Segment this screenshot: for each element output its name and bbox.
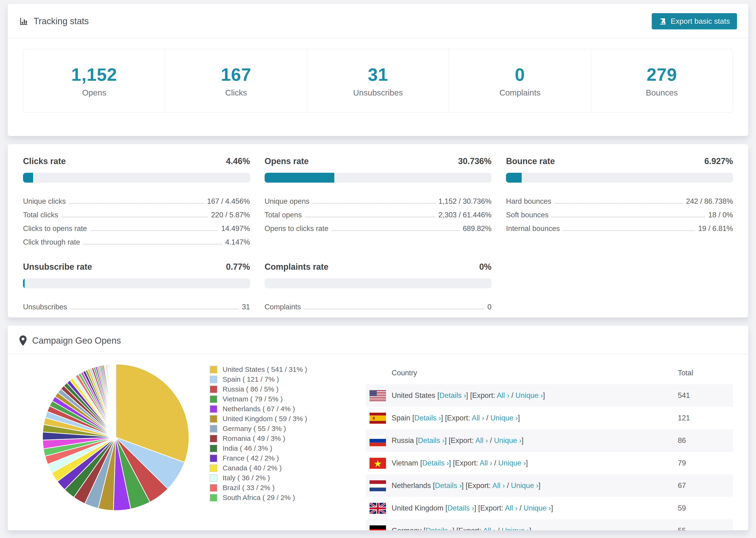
flag-column-header: [366, 363, 392, 384]
export-all-link[interactable]: All ›: [505, 504, 517, 512]
flag-de-icon: [369, 525, 392, 531]
export-all-link[interactable]: All ›: [497, 391, 509, 400]
export-unique-link[interactable]: Unique ›: [523, 504, 551, 512]
legend-item: France ( 42 / 2% ): [210, 453, 362, 463]
rate-detail-label: Unique clicks: [23, 197, 66, 207]
summary-value: 31: [368, 64, 388, 85]
rate-block-opens-rate: Opens rate 30.736% Unique opens 1,152 / …: [265, 156, 492, 247]
total-cell: 86: [678, 429, 733, 452]
rate-detail-label: Complaints: [265, 303, 301, 312]
export-unique-link[interactable]: Unique ›: [511, 481, 538, 490]
pie-svg: [38, 360, 193, 515]
export-icon: [659, 17, 667, 26]
legend-item: South Africa ( 29 / 2% ): [210, 493, 362, 503]
rate-value: 0%: [479, 262, 491, 272]
geo-opens-card: Campaign Geo Opens United States ( 541 /…: [8, 325, 748, 530]
rate-progress-bar: [23, 173, 250, 183]
rate-title: Complaints rate: [265, 262, 328, 272]
rate-block-clicks-rate: Clicks rate 4.46% Unique clicks 167 / 4.…: [23, 156, 250, 247]
tracking-stats-title: Tracking stats: [19, 16, 89, 26]
export-basic-stats-label: Export basic stats: [671, 17, 730, 26]
rate-block-bounce-rate: Bounce rate 6.927% Hard bounces 242 / 86…: [506, 156, 733, 247]
country-cell: Spain [Details ›] [Export: All › / Uniqu…: [392, 407, 678, 429]
export-unique-link[interactable]: Unique ›: [490, 414, 518, 422]
map-pin-icon: [19, 336, 27, 346]
country-column-header: Country: [392, 363, 678, 384]
rate-detail-row: Soft bounces 18 / 0%: [506, 207, 733, 220]
summary-stat-bounces: 279 Bounces: [591, 49, 732, 112]
rate-title: Clicks rate: [23, 156, 66, 166]
dotted-leader: [71, 309, 239, 309]
legend-label: United Kingdom ( 59 / 3% ): [223, 415, 307, 423]
details-link[interactable]: Details ›: [448, 504, 474, 512]
export-unique-link[interactable]: Unique ›: [498, 459, 526, 467]
summary-stats-row: 1,152 Opens 167 Clicks 31 Unsubscribes 0…: [23, 49, 733, 113]
legend-label: Romania ( 49 / 3% ): [223, 435, 285, 443]
total-cell: 55: [678, 519, 733, 530]
rate-progress-bar: [506, 173, 733, 183]
legend-swatch: [210, 455, 217, 462]
export-basic-stats-button[interactable]: Export basic stats: [652, 13, 737, 29]
export-all-link[interactable]: All ›: [472, 414, 484, 422]
details-link[interactable]: Details ›: [435, 481, 461, 490]
details-link[interactable]: Details ›: [422, 459, 449, 467]
dotted-leader: [83, 244, 222, 244]
flag-ru-icon: [369, 435, 392, 446]
geo-table-row-germany: Germany [Details ›] [Export: All › / Uni…: [366, 519, 733, 530]
country-cell: Vietnam [Details ›] [Export: All › / Uni…: [392, 452, 678, 474]
legend-label: Italy ( 36 / 2% ): [223, 474, 270, 482]
export-all-link[interactable]: All ›: [492, 481, 505, 490]
details-link[interactable]: Details ›: [414, 414, 441, 422]
dotted-leader: [332, 230, 459, 231]
rate-detail-row: Unsubscribes 31: [23, 298, 250, 312]
export-all-link[interactable]: All ›: [475, 436, 488, 445]
details-link[interactable]: Details ›: [439, 391, 466, 400]
rate-detail-value: 14.497%: [221, 224, 250, 234]
rate-detail-value: 167 / 4.456%: [207, 197, 250, 207]
legend-item: United States ( 541 / 31% ): [210, 364, 362, 374]
rate-detail-value: 689.82%: [463, 224, 491, 234]
summary-label: Bounces: [646, 88, 678, 97]
legend-item: Spain ( 121 / 7% ): [210, 374, 362, 384]
rate-progress-bar: [265, 278, 492, 288]
export-unique-link[interactable]: Unique ›: [494, 436, 521, 445]
summary-stat-complaints: 0 Complaints: [449, 49, 590, 112]
details-link[interactable]: Details ›: [426, 526, 453, 530]
export-all-link[interactable]: All ›: [483, 526, 495, 530]
rate-value: 6.927%: [704, 156, 733, 166]
country-cell: Russia [Details ›] [Export: All › / Uniq…: [392, 429, 678, 452]
country-cell: United States [Details ›] [Export: All ›…: [392, 384, 678, 407]
export-unique-link[interactable]: Unique ›: [502, 526, 529, 530]
export-unique-link[interactable]: Unique ›: [515, 391, 543, 400]
legend-item: Brazil ( 33 / 2% ): [210, 483, 362, 493]
dotted-leader: [62, 217, 208, 217]
rate-title: Bounce rate: [506, 156, 555, 166]
summary-value: 0: [515, 64, 525, 85]
legend-item: Romania ( 49 / 3% ): [210, 434, 362, 443]
rate-detail-value: 31: [242, 303, 250, 312]
rate-detail-row: Internal bounces 19 / 6.81%: [506, 220, 733, 234]
legend-swatch: [210, 385, 217, 393]
export-all-link[interactable]: All ›: [480, 459, 492, 467]
legend-item: United Kingdom ( 59 / 3% ): [210, 414, 362, 424]
dashboard-page: Tracking stats Export basic stats 1,152 …: [0, 0, 756, 530]
legend-item: Vietnam ( 79 / 5% ): [210, 394, 362, 404]
summary-stat-opens: 1,152 Opens: [24, 49, 165, 112]
legend-swatch: [210, 366, 217, 373]
legend-swatch: [210, 494, 217, 502]
legend-label: Vietnam ( 79 / 5% ): [223, 395, 283, 403]
rate-detail-label: Hard bounces: [506, 197, 551, 207]
flag-us-icon: [369, 390, 392, 401]
legend-item: Netherlands ( 67 / 4% ): [210, 404, 362, 414]
rate-detail-label: Soft bounces: [506, 211, 549, 220]
summary-stat-clicks: 167 Clicks: [165, 49, 307, 112]
rate-detail-value: 2,303 / 61.446%: [439, 211, 492, 220]
summary-label: Clicks: [225, 88, 247, 97]
rate-detail-row: Total opens 2,303 / 61.446%: [265, 207, 492, 220]
rate-detail-label: Click through rate: [23, 238, 80, 247]
details-link[interactable]: Details ›: [418, 436, 445, 445]
rate-title: Opens rate: [265, 156, 309, 166]
rate-detail-label: Unique opens: [265, 197, 309, 207]
rates-grid: Clicks rate 4.46% Unique clicks 167 / 4.…: [23, 156, 733, 312]
tracking-stats-card: Tracking stats Export basic stats 1,152 …: [8, 4, 748, 136]
